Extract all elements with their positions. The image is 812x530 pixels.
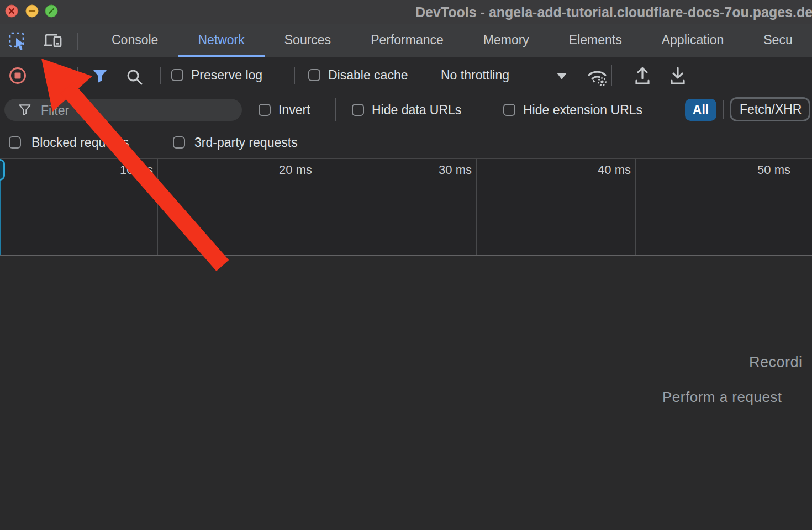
export-har-button[interactable] (668, 66, 687, 86)
hide-extension-urls-label: Hide extension URLs (523, 93, 642, 126)
tab-memory[interactable]: Memory (463, 24, 549, 57)
clear-network-log-button[interactable] (45, 67, 62, 84)
request-type-all-chip[interactable]: All (685, 99, 716, 121)
tab-performance[interactable]: Performance (351, 24, 463, 57)
perform-request-hint-text: Perform a request (662, 389, 782, 406)
blocked-requests-checkbox[interactable] (9, 136, 21, 149)
disable-cache-label: Disable cache (328, 57, 408, 93)
third-party-requests-checkbox[interactable] (173, 136, 185, 149)
timeline-tick: 20 ms (246, 163, 312, 177)
hide-extension-urls-checkbox[interactable] (503, 104, 515, 116)
minimize-window-button[interactable] (25, 4, 39, 18)
tab-network[interactable]: Network (178, 24, 264, 57)
wifi-icon (589, 72, 605, 75)
tab-console[interactable]: Console (92, 24, 178, 57)
devtools-tabbar: Console Network Sources Performance Memo… (0, 24, 812, 57)
hide-data-urls-label: Hide data URLs (372, 93, 461, 126)
toolbar-divider (160, 67, 161, 84)
timeline-tick: 30 ms (405, 163, 472, 177)
disable-cache-checkbox[interactable] (308, 69, 320, 81)
more-filters-row: Blocked requests 3rd-party requests (0, 126, 812, 158)
devtools-window: DevTools - angela-add-tutorial.cloudflar… (0, 0, 812, 530)
chevron-down-icon[interactable] (557, 73, 567, 80)
throttling-select[interactable]: No throttling (441, 57, 509, 93)
tab-elements[interactable]: Elements (549, 24, 642, 57)
network-overview-timeline[interactable]: 10 ms 20 ms 30 ms 40 ms 50 ms (0, 158, 812, 256)
close-window-button[interactable] (5, 4, 18, 18)
window-title: DevTools - angela-add-tutorial.cloudflar… (415, 0, 812, 24)
preserve-log-label: Preserve log (191, 57, 262, 93)
toolbar-divider (77, 67, 78, 84)
tab-security[interactable]: Secu (744, 24, 812, 57)
toolbar-divider (294, 67, 295, 84)
preserve-log-checkbox[interactable] (171, 69, 183, 81)
toggle-device-toolbar-button[interactable] (41, 30, 64, 52)
filter-input[interactable] (40, 99, 230, 122)
timeline-gridline (317, 159, 317, 255)
upload-icon (638, 68, 647, 79)
titlebar: DevTools - angela-add-tutorial.cloudflar… (0, 0, 812, 24)
filter-funnel-icon (93, 70, 107, 83)
network-conditions-button[interactable] (585, 66, 609, 87)
import-har-button[interactable] (633, 66, 652, 86)
tab-sources[interactable]: Sources (265, 24, 351, 57)
inspect-cursor-icon (7, 30, 29, 52)
filter-divider (335, 98, 336, 121)
zoom-window-button[interactable] (45, 4, 58, 18)
invert-checkbox[interactable] (259, 104, 271, 116)
filter-divider (723, 100, 724, 119)
inspect-element-button[interactable] (7, 30, 29, 52)
network-log-empty-area: Recordi Perform a request (0, 257, 812, 530)
download-icon (673, 68, 682, 78)
recording-status-text: Recordi (749, 354, 803, 371)
toolbar-divider (611, 65, 612, 86)
network-filter-bar: Invert Hide data URLs Hide extension URL… (0, 93, 812, 126)
timeline-tick: 10 ms (87, 163, 153, 177)
device-toolbar-icon (41, 30, 64, 52)
blocked-requests-label: Blocked requests (31, 126, 129, 158)
timeline-gridline (635, 159, 636, 255)
timeline-gridline (157, 159, 158, 255)
timeline-gridline (476, 159, 477, 255)
filter-toggle-button[interactable] (92, 69, 108, 83)
timeline-gridline (795, 159, 795, 255)
stop-recording-button[interactable] (9, 67, 27, 84)
timeline-drag-handle[interactable] (0, 159, 5, 181)
tabbar-divider (77, 33, 78, 50)
timeline-tick: 40 ms (565, 163, 631, 177)
search-button[interactable] (126, 68, 144, 86)
filter-funnel-icon (19, 104, 31, 116)
tab-application[interactable]: Application (642, 24, 744, 57)
timeline-tick: 50 ms (724, 163, 790, 177)
hide-data-urls-checkbox[interactable] (352, 104, 364, 116)
third-party-requests-label: 3rd-party requests (194, 126, 298, 158)
network-toolbar: Preserve log Disable cache No throttling (0, 57, 812, 93)
filter-input-container (4, 99, 242, 121)
request-type-fetch-xhr-chip[interactable]: Fetch/XHR (730, 97, 810, 121)
panel-tabs: Console Network Sources Performance Memo… (92, 24, 812, 57)
invert-label: Invert (278, 93, 310, 126)
